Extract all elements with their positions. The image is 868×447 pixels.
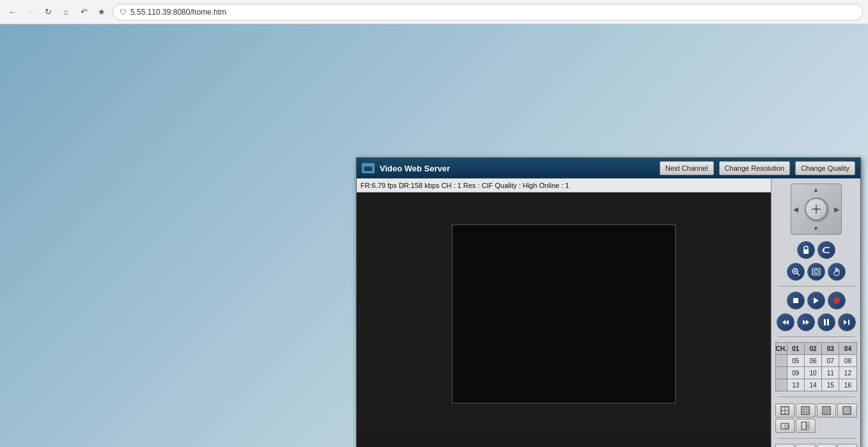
browser-chrome: ← → ↻ ⌂ ↶ ★ 🛡 5.55.110.39:8080/home.htm: [0, 0, 868, 24]
ctrl-row-3: [787, 292, 846, 310]
skip-forward-button[interactable]: [838, 313, 856, 331]
return-button[interactable]: [818, 241, 835, 259]
dvr-icon: [362, 163, 375, 173]
snapshot-button[interactable]: [807, 263, 825, 281]
ch-row-label-3: [776, 379, 787, 391]
change-resolution-button[interactable]: Change Resolution: [719, 161, 791, 175]
svg-rect-2: [366, 164, 370, 166]
ch-16[interactable]: 16: [839, 379, 856, 391]
ch-14[interactable]: 14: [805, 379, 821, 391]
zoom-out-button[interactable]: [775, 444, 795, 447]
layout-2x2-button[interactable]: [796, 404, 816, 418]
svg-rect-44: [807, 427, 809, 430]
ch-label: CH.: [776, 343, 787, 354]
svg-point-12: [814, 270, 818, 274]
svg-point-5: [815, 208, 818, 210]
play-button[interactable]: [807, 292, 825, 310]
zoom-row: [775, 444, 857, 447]
layout-3x3-button[interactable]: [817, 404, 837, 418]
page-content: Video Web Server Next Channel Change Res…: [0, 24, 868, 447]
forward-button[interactable]: →: [23, 5, 37, 19]
ch-09[interactable]: 09: [787, 367, 804, 379]
fast-forward-button[interactable]: [797, 313, 815, 331]
dvr-video-area: FR:6.79 fps DR:158 kbps CH : 1 Res : CIF…: [357, 178, 771, 447]
ch-12[interactable]: 12: [839, 367, 856, 379]
ptz-up-button[interactable]: ▲: [813, 186, 819, 193]
ch-07[interactable]: 07: [822, 355, 839, 366]
layout-grid: [775, 404, 857, 433]
dvr-title: Video Web Server: [380, 164, 655, 173]
address-bar[interactable]: 🛡 5.55.110.39:8080/home.htm: [112, 4, 863, 20]
svg-rect-41: [785, 425, 788, 428]
ptz-right-button[interactable]: ▶: [834, 206, 839, 213]
svg-rect-15: [824, 319, 826, 325]
ptz-center-button[interactable]: [805, 198, 828, 221]
reload-button[interactable]: ↻: [41, 5, 55, 19]
ptz-down-button[interactable]: ▼: [813, 225, 819, 232]
svg-rect-1: [364, 167, 372, 171]
ch-10[interactable]: 10: [805, 367, 821, 379]
channel-grid: CH. 01 02 03 04 05 06 07 08 09 10 11 12: [775, 342, 857, 391]
ctrl-row-1: [797, 241, 835, 259]
record-button[interactable]: [828, 292, 846, 310]
stop-button[interactable]: [787, 292, 805, 310]
drag-button[interactable]: [837, 444, 857, 447]
change-quality-button[interactable]: Change Quality: [795, 161, 855, 175]
dvr-status-bar: FR:6.79 fps DR:158 kbps CH : 1 Res : CIF…: [357, 178, 771, 192]
dvr-panel: Video Web Server Next Channel Change Res…: [356, 157, 861, 447]
ch-13[interactable]: 13: [787, 379, 804, 391]
svg-rect-16: [827, 319, 829, 325]
ctrl-divider-3: [778, 396, 855, 397]
layout-1x1-button[interactable]: [775, 404, 795, 418]
svg-rect-6: [803, 249, 809, 254]
svg-rect-21: [802, 407, 809, 414]
ptz-left-button[interactable]: ◀: [793, 206, 798, 213]
security-icon: 🛡: [120, 8, 127, 16]
dvr-titlebar: Video Web Server Next Channel Change Res…: [357, 158, 860, 178]
svg-rect-13: [793, 298, 798, 303]
dvr-main: FR:6.79 fps DR:158 kbps CH : 1 Res : CIF…: [357, 178, 860, 447]
ch-col-3: 03: [822, 343, 839, 354]
ch-11[interactable]: 11: [822, 367, 839, 379]
ch-05[interactable]: 05: [787, 355, 804, 366]
bookmark-button[interactable]: ★: [95, 5, 109, 19]
svg-line-8: [797, 273, 800, 276]
layout-4x4-button[interactable]: [837, 404, 857, 418]
rewind-button[interactable]: [777, 313, 794, 331]
svg-rect-43: [807, 422, 809, 425]
ch-col-2: 02: [805, 343, 821, 354]
status-text: FR:6.79 fps DR:158 kbps CH : 1 Res : CIF…: [360, 182, 569, 189]
home-button[interactable]: ⌂: [59, 5, 73, 19]
zoom-in-button[interactable]: [787, 263, 805, 281]
layout-custom-button[interactable]: [796, 419, 816, 433]
ctrl-divider-1: [778, 286, 855, 286]
next-channel-button[interactable]: Next Channel: [660, 161, 714, 175]
svg-point-14: [833, 297, 840, 304]
layout-pip-button[interactable]: [775, 419, 795, 433]
zoom-fit-button[interactable]: [817, 444, 837, 447]
undo-button[interactable]: ↶: [77, 5, 91, 19]
dvr-controls: ▲ ▼ ◀ ▶: [771, 178, 860, 447]
ch-15[interactable]: 15: [822, 379, 839, 391]
ptz-pad: ▲ ▼ ◀ ▶: [791, 184, 842, 235]
svg-rect-17: [848, 320, 849, 325]
ctrl-row-4: [777, 313, 856, 331]
ch-col-4: 04: [839, 343, 856, 354]
dvr-video-frame: [357, 192, 771, 435]
lock-button[interactable]: [797, 241, 815, 259]
svg-rect-42: [802, 422, 806, 430]
ch-06[interactable]: 06: [805, 355, 821, 366]
dvr-video-inner: [452, 224, 676, 404]
ctrl-divider-4: [778, 438, 855, 439]
zoom-in-ctrl-button[interactable]: [796, 444, 816, 447]
url-text: 5.55.110.39:8080/home.htm: [130, 8, 226, 17]
ctrl-divider-2: [778, 336, 855, 337]
back-button[interactable]: ←: [5, 5, 19, 19]
ch-col-1: 01: [787, 343, 804, 354]
hand-button[interactable]: [828, 263, 846, 281]
ch-row-label-2: [776, 367, 787, 379]
ch-row-label-1: [776, 355, 787, 366]
ch-08[interactable]: 08: [839, 355, 856, 366]
ctrl-row-2: [787, 263, 846, 281]
pause-button[interactable]: [818, 313, 835, 331]
